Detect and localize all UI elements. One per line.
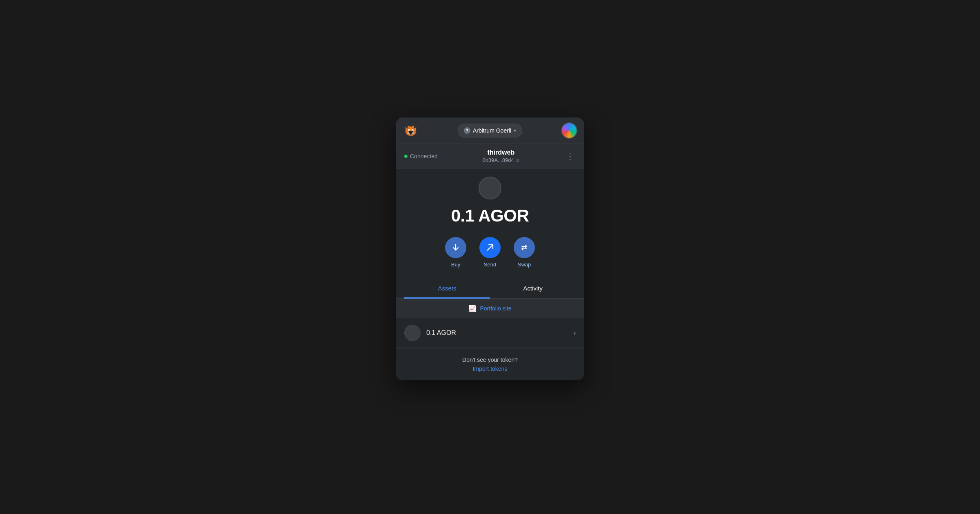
- svg-point-9: [409, 130, 410, 131]
- asset-token-icon: [404, 325, 421, 341]
- chevron-down-icon: ▾: [514, 128, 516, 133]
- swap-icon-circle: [514, 237, 535, 258]
- network-selector[interactable]: ? Arbitrum Goerli ▾: [458, 124, 522, 137]
- asset-item[interactable]: 0.1 AGOR ›: [396, 318, 584, 348]
- connected-label: Connected: [410, 153, 438, 160]
- token-icon: [479, 177, 501, 199]
- swap-label: Swap: [518, 261, 531, 268]
- swap-button[interactable]: Swap: [514, 237, 535, 268]
- svg-rect-13: [412, 126, 414, 128]
- tab-activity[interactable]: Activity: [490, 279, 576, 299]
- network-question-icon: ?: [464, 127, 470, 134]
- buy-label: Buy: [451, 261, 460, 268]
- portfolio-icon: 📈: [468, 304, 477, 312]
- address-text: 0x39A...89d4: [483, 157, 514, 163]
- portfolio-link[interactable]: 📈 Portfolio site: [396, 299, 584, 318]
- site-name: thirdweb: [438, 149, 564, 156]
- asset-chevron-icon: ›: [573, 329, 576, 337]
- footer: Don't see your token? Import tokens: [396, 348, 584, 380]
- network-label: Arbitrum Goerli: [473, 127, 511, 134]
- tabs: Assets Activity: [396, 279, 584, 299]
- balance-display: 0.1 AGOR: [404, 206, 576, 226]
- asset-name: 0.1 AGOR: [426, 329, 573, 337]
- import-tokens-link[interactable]: Import tokens: [404, 366, 576, 372]
- wallet-popup: ? Arbitrum Goerli ▾ Connected thirdweb 0…: [396, 117, 584, 380]
- connected-dot: [404, 155, 408, 158]
- account-avatar[interactable]: [561, 122, 577, 139]
- connected-bar: Connected thirdweb 0x39A...89d4 ⧉ ⋮: [396, 144, 584, 168]
- send-button[interactable]: Send: [479, 237, 501, 268]
- action-buttons: Buy Send Swap: [404, 237, 576, 268]
- send-label: Send: [484, 261, 496, 268]
- main-content: 0.1 AGOR Buy Send: [396, 168, 584, 299]
- more-options-button[interactable]: ⋮: [564, 150, 576, 163]
- connection-status: Connected: [404, 153, 438, 160]
- tab-assets[interactable]: Assets: [404, 279, 490, 299]
- asset-list: 0.1 AGOR ›: [396, 318, 584, 348]
- copy-icon[interactable]: ⧉: [516, 157, 519, 163]
- dont-see-text: Don't see your token?: [404, 357, 576, 363]
- buy-button[interactable]: Buy: [445, 237, 466, 268]
- buy-icon-circle: [445, 237, 466, 258]
- svg-rect-12: [408, 126, 410, 128]
- send-icon-circle: [479, 237, 501, 258]
- svg-line-15: [487, 245, 493, 250]
- top-bar: ? Arbitrum Goerli ▾: [396, 117, 584, 144]
- metamask-logo: [403, 122, 419, 139]
- svg-point-10: [412, 130, 413, 131]
- portfolio-label: Portfolio site: [480, 305, 511, 312]
- wallet-address: 0x39A...89d4 ⧉: [438, 157, 564, 163]
- site-info: thirdweb 0x39A...89d4 ⧉: [438, 149, 564, 163]
